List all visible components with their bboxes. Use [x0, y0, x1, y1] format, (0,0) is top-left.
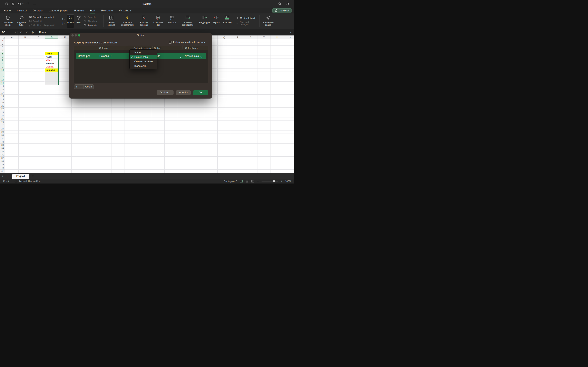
flash-fill-button[interactable]: Anteprima suggerimenti: [119, 15, 136, 28]
get-external-data-button[interactable]: ▾ Carica dati esterni: [2, 15, 14, 28]
next-sheet-icon[interactable]: ›: [5, 174, 10, 177]
row-header-39[interactable]: 39: [0, 163, 5, 166]
more-actions-icon[interactable]: …: [33, 2, 36, 6]
advanced-filter-button[interactable]: Avanzato: [84, 24, 101, 27]
row-header-11[interactable]: 11: [0, 72, 5, 75]
row-header-19[interactable]: 19: [0, 98, 5, 101]
insert-function-icon[interactable]: fx: [30, 31, 36, 34]
column-header-B[interactable]: B: [18, 35, 32, 39]
row-header-9[interactable]: 9: [0, 65, 5, 68]
consolidate-button[interactable]: Consolida: [166, 15, 177, 28]
tab-dati[interactable]: Dati: [90, 8, 95, 13]
what-if-analysis-button[interactable]: ▾ Analisi di simulazione: [181, 15, 195, 28]
filter-button[interactable]: Filtro: [76, 15, 82, 28]
sort-az-button[interactable]: AZ↓: [62, 18, 65, 21]
name-box[interactable]: D5: [0, 31, 15, 34]
row-header-13[interactable]: 13: [0, 78, 5, 82]
redo-icon[interactable]: [26, 2, 30, 6]
row-header-10[interactable]: 10: [0, 68, 5, 72]
row-header-32[interactable]: 32: [0, 140, 5, 143]
menu-item-valori[interactable]: Valori: [130, 50, 157, 55]
row-header-28[interactable]: 28: [0, 127, 5, 131]
column-header-Q[interactable]: Q: [218, 35, 231, 39]
row-header-25[interactable]: 25: [0, 117, 5, 121]
subtotal-button[interactable]: Subtotale: [222, 15, 232, 28]
row-header-3[interactable]: 3: [0, 46, 5, 49]
tab-revisione[interactable]: Revisione: [101, 8, 113, 13]
cell-D14[interactable]: [45, 82, 58, 85]
row-header-12[interactable]: 12: [0, 75, 5, 78]
save-icon[interactable]: [11, 2, 15, 6]
page-layout-view-icon[interactable]: [246, 180, 249, 183]
ungroup-button[interactable]: ▾ Separa: [212, 15, 220, 28]
cell-D13[interactable]: [45, 78, 58, 81]
account-icon[interactable]: [286, 2, 290, 6]
sort-za-button[interactable]: ZA↓: [62, 22, 65, 25]
tab-visualizza[interactable]: Visualizza: [119, 8, 131, 13]
row-header-24[interactable]: 24: [0, 114, 5, 117]
accessibility-status[interactable]: Accessibilità: verifica: [15, 180, 40, 183]
row-header-6[interactable]: 6: [0, 55, 5, 59]
zoom-slider[interactable]: [261, 181, 278, 182]
menu-item-colore-carattere[interactable]: Colore carattere: [130, 59, 157, 64]
tab-home[interactable]: Home: [4, 8, 11, 13]
cell-D6[interactable]: Napoli: [45, 55, 58, 58]
normal-view-icon[interactable]: [240, 180, 243, 183]
row-header-35[interactable]: 35: [0, 150, 5, 153]
add-level-button[interactable]: +: [74, 85, 79, 89]
tab-formule[interactable]: Formule: [74, 8, 84, 13]
tab-inserisci[interactable]: Inserisci: [17, 8, 27, 13]
page-break-view-icon[interactable]: [251, 180, 254, 183]
zoom-out-icon[interactable]: −: [257, 180, 259, 183]
row-header-15[interactable]: 15: [0, 85, 5, 88]
data-validation-button[interactable]: ▾ Convalida dati: [152, 15, 164, 28]
show-detail-button[interactable]: Mostra dettaglio: [236, 17, 258, 20]
row-header-40[interactable]: 40: [0, 166, 5, 170]
checkbox-box[interactable]: [169, 41, 172, 44]
row-header-27[interactable]: 27: [0, 124, 5, 127]
share-button[interactable]: Condividi: [272, 8, 292, 13]
refresh-all-button[interactable]: ▾ Aggiorna tutto: [16, 15, 27, 28]
row-header-20[interactable]: 20: [0, 101, 5, 104]
row-header-31[interactable]: 31: [0, 137, 5, 140]
cell-D10[interactable]: Bergamo: [45, 68, 58, 72]
dialog-close-button[interactable]: [71, 34, 74, 36]
text-to-columns-button[interactable]: Testo in colonne: [105, 15, 117, 28]
row-header-14[interactable]: 14: [0, 82, 5, 85]
remove-level-button[interactable]: −: [79, 85, 84, 89]
prev-sheet-icon[interactable]: ‹: [0, 174, 5, 177]
name-box-stepper[interactable]: ▲▼: [15, 31, 16, 33]
column-header-C[interactable]: C: [32, 35, 45, 39]
remove-duplicates-button[interactable]: Rimuovi duplicati: [138, 15, 150, 28]
row-header-7[interactable]: 7: [0, 59, 5, 62]
row-header-41[interactable]: 41: [0, 170, 5, 173]
group-button[interactable]: ▾ Raggruppa: [199, 15, 210, 28]
row-header-1[interactable]: 1: [0, 39, 5, 42]
row-header-37[interactable]: 37: [0, 157, 5, 160]
add-sheet-button[interactable]: +: [32, 174, 34, 178]
cell-D7[interactable]: Milano: [45, 59, 58, 62]
row-header-23[interactable]: 23: [0, 111, 5, 114]
queries-connections-button[interactable]: Query & connessioni: [29, 16, 58, 18]
cell-D5[interactable]: Roma: [45, 52, 58, 55]
row-header-38[interactable]: 38: [0, 160, 5, 163]
row-header-26[interactable]: 26: [0, 121, 5, 124]
cell-D11[interactable]: [45, 72, 58, 75]
column-header-T[interactable]: T: [258, 35, 271, 39]
ok-button[interactable]: OK: [193, 90, 208, 95]
row-header-5[interactable]: 5: [0, 52, 5, 55]
sheet-tab-foglio1[interactable]: Foglio1: [12, 174, 29, 179]
row-header-4[interactable]: 4: [0, 49, 5, 52]
row-header-22[interactable]: 22: [0, 108, 5, 111]
column-header-D[interactable]: D: [45, 35, 58, 39]
tab-disegno[interactable]: Disegno: [33, 8, 43, 13]
cell-D8[interactable]: Messina: [45, 62, 58, 65]
column-header-U[interactable]: U: [271, 35, 284, 39]
row-header-30[interactable]: 30: [0, 134, 5, 137]
formula-input[interactable]: Roma: [39, 31, 46, 34]
row-header-36[interactable]: 36: [0, 153, 5, 157]
row-header-34[interactable]: 34: [0, 147, 5, 150]
undo-icon[interactable]: [17, 2, 21, 6]
zoom-slider-knob[interactable]: [273, 180, 275, 182]
menu-item-icona-cella[interactable]: Icona cella: [130, 64, 157, 68]
